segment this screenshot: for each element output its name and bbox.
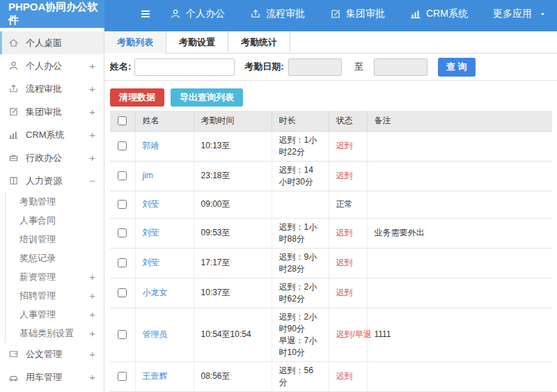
menu-toggle-icon[interactable]	[139, 8, 152, 20]
status-badge: 迟到	[329, 218, 367, 248]
col-status: 状态	[329, 111, 367, 131]
chart-icon	[410, 8, 421, 19]
person-icon	[170, 8, 181, 19]
status-badge: 迟到/早退	[329, 308, 367, 361]
sidebar-item-公文管理[interactable]: 公文管理+	[0, 343, 104, 366]
status-badge: 迟到	[329, 131, 367, 161]
employee-name-link[interactable]: 小龙女	[143, 288, 168, 297]
name-input[interactable]	[134, 58, 235, 76]
duration-line: 迟到：1小时22分	[279, 134, 322, 158]
sidebar-item-考勤管理[interactable]: 考勤管理	[6, 192, 104, 211]
export-list-button[interactable]: 导出查询列表	[171, 88, 243, 107]
name-cell: 郭靖	[135, 131, 194, 161]
sidebar-item-集团审批[interactable]: 集团审批+	[0, 100, 104, 123]
duration-cell: 迟到：1小时22分	[272, 131, 329, 161]
sidebar-item-培训管理[interactable]: 培训管理	[6, 230, 104, 249]
sidebar-item-label: 招聘管理	[19, 290, 89, 302]
row-checkbox[interactable]	[118, 288, 127, 297]
sidebar-item-招聘管理[interactable]: 招聘管理+	[6, 286, 104, 305]
tab-考勤设置[interactable]: 考勤设置	[166, 31, 228, 53]
duration-line: 迟到：56分	[279, 365, 322, 389]
sidebar-item-用车管理[interactable]: 用车管理+	[0, 366, 104, 389]
sidebar-item-label: 公文管理	[26, 348, 89, 361]
row-checkbox[interactable]	[118, 258, 127, 267]
sidebar-item-人事管理[interactable]: 人事管理+	[6, 305, 104, 324]
expand-plus-icon: +	[89, 152, 100, 164]
expand-plus-icon: +	[89, 290, 100, 301]
row-checkbox[interactable]	[118, 330, 127, 339]
col-note: 备注	[367, 111, 552, 131]
note-cell	[367, 278, 552, 308]
sidebar-item-薪资管理[interactable]: 薪资管理+	[6, 267, 104, 286]
search-form: 姓名: 考勤日期: 至 查 询	[104, 54, 557, 81]
top-header: PHPOA协同办公软件 个人办公流程审批集团审批CRM系统更多应用	[0, 0, 557, 28]
date-label: 考勤日期:	[244, 61, 283, 73]
nav-item-个人办公[interactable]: 个人办公	[170, 8, 225, 20]
employee-name-link[interactable]: 王壹辉	[143, 371, 168, 381]
row-checkbox[interactable]	[118, 372, 127, 381]
nav-item-流程审批[interactable]: 流程审批	[250, 8, 305, 20]
row-checkbox[interactable]	[118, 171, 127, 180]
nav-item-label: 个人办公	[186, 8, 225, 20]
status-badge: 迟到	[329, 278, 367, 308]
name-label: 姓名:	[110, 61, 131, 73]
sidebar-item-行政办公[interactable]: 行政办公+	[0, 146, 104, 169]
expand-plus-icon: +	[89, 60, 100, 72]
sidebar-item-奖惩记录[interactable]: 奖惩记录	[6, 249, 104, 267]
sidebar-item-人事合同[interactable]: 人事合同	[6, 211, 104, 230]
attendance-table: 姓名 考勤时间 时长 状态 备注 郭靖10:13至迟到：1小时22分迟到jim2…	[110, 111, 552, 392]
tab-考勤统计[interactable]: 考勤统计	[228, 31, 290, 53]
sidebar: 个人桌面个人办公+流程审批+集团审批+CRM系统+行政办公+人力资源−考勤管理人…	[0, 28, 104, 392]
expand-plus-icon: +	[89, 327, 100, 339]
tab-bar: 考勤列表考勤设置考勤统计	[104, 31, 557, 54]
sidebar-item-CRM系统[interactable]: CRM系统+	[0, 123, 104, 146]
sidebar-submenu: 考勤管理人事合同培训管理奖惩记录薪资管理+招聘管理+人事管理+基础类别设置+	[5, 192, 104, 343]
sidebar-item-流程审批[interactable]: 流程审批+	[0, 77, 104, 100]
employee-name-link[interactable]: 管理员	[143, 329, 168, 339]
time-cell: 23:18至	[194, 161, 272, 191]
sidebar-item-个人桌面[interactable]: 个人桌面	[0, 31, 104, 54]
sidebar-item-人力资源[interactable]: 人力资源−	[0, 169, 104, 192]
nav-item-集团审批[interactable]: 集团审批	[330, 8, 385, 20]
row-checkbox[interactable]	[118, 141, 127, 150]
table-row: 刘莹09:00至正常	[110, 191, 552, 218]
tab-考勤列表[interactable]: 考勤列表	[104, 31, 166, 53]
query-button[interactable]: 查 询	[438, 58, 476, 77]
note-cell: 1111	[367, 308, 552, 361]
expand-plus-icon: +	[89, 83, 100, 95]
row-checkbox[interactable]	[118, 228, 127, 237]
sidebar-item-label: 奖惩记录	[19, 252, 100, 265]
date-start-input[interactable]	[288, 58, 342, 76]
clear-data-button[interactable]: 清理数据	[110, 88, 164, 107]
nav-item-CRM系统[interactable]: CRM系统	[410, 8, 468, 20]
employee-name-link[interactable]: jim	[143, 171, 153, 180]
edit-icon	[8, 107, 19, 117]
status-badge: 迟到	[329, 161, 367, 191]
nav-item-更多应用[interactable]: 更多应用	[493, 8, 547, 20]
time-cell: 08:56至	[194, 361, 272, 391]
edit-icon	[330, 8, 341, 19]
nav-item-label: 流程审批	[266, 8, 305, 20]
row-checkbox[interactable]	[118, 200, 127, 209]
sidebar-item-个人办公[interactable]: 个人办公+	[0, 54, 104, 77]
employee-name-link[interactable]: 郭靖	[143, 141, 159, 150]
employee-name-link[interactable]: 刘莹	[143, 199, 159, 209]
table-row: 刘莹09:53至迟到：1小时88分迟到业务需要外出	[110, 218, 552, 248]
employee-name-link[interactable]: 刘莹	[143, 228, 159, 237]
briefcase-icon	[8, 152, 19, 163]
sidebar-item-基础类别设置[interactable]: 基础类别设置+	[6, 324, 104, 343]
duration-line: 迟到：1小时88分	[279, 221, 322, 245]
sidebar-item-label: 流程审批	[26, 83, 89, 95]
duration-line: 迟到：9小时28分	[279, 251, 322, 275]
date-end-input[interactable]	[374, 58, 427, 76]
name-cell: 王壹辉	[135, 361, 194, 391]
duration-line: 早退：7小时10分	[279, 335, 322, 359]
employee-name-link[interactable]: 刘莹	[143, 258, 159, 267]
time-cell: 09:00至	[194, 191, 272, 218]
chart-icon	[8, 130, 19, 140]
sidebar-item-label: 人事管理	[19, 308, 89, 321]
sidebar-item-label: 基础类别设置	[19, 327, 89, 340]
expand-plus-icon: +	[89, 129, 100, 141]
select-all-checkbox[interactable]	[118, 116, 127, 125]
duration-line: 迟到：2小时62分	[279, 281, 322, 305]
